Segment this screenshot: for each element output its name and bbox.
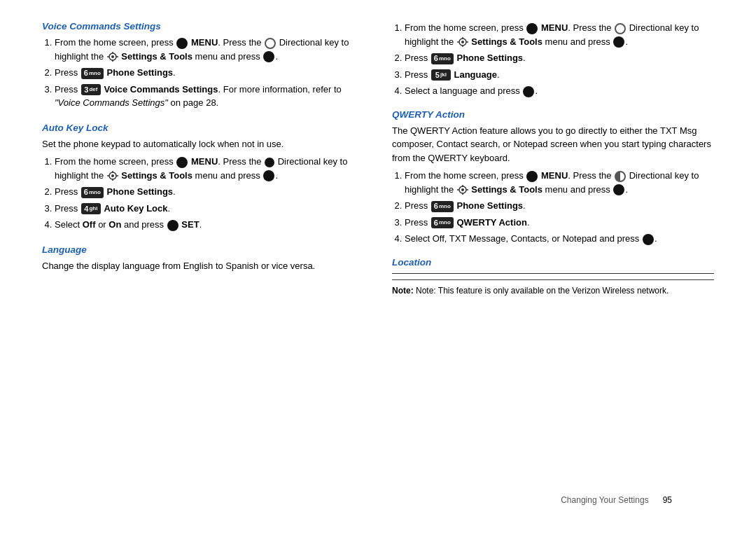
svg-point-11 — [111, 174, 114, 177]
key-6-badge: 6mno — [81, 68, 104, 79]
ok-button-r1 — [613, 36, 624, 48]
ok-button-r1b — [523, 86, 534, 97]
section-voice-commands: Voice Commands Settings From the home sc… — [42, 21, 364, 110]
qwerty-steps-list: From the home screen, press MENU. Press … — [405, 169, 714, 246]
list-item: From the home screen, press MENU. Press … — [405, 21, 714, 48]
key-6-badge-r2b: 6mno — [431, 217, 454, 228]
list-item: Select Off, TXT Message, Contacts, or No… — [405, 232, 714, 246]
language-intro: Change the display language from English… — [42, 259, 364, 273]
key-3-badge: 3def — [81, 84, 101, 95]
svg-point-23 — [461, 188, 464, 191]
list-item: Press 4ghi Auto Key Lock. — [55, 202, 364, 216]
section-title-qwerty: QWERTY Action — [392, 109, 714, 120]
ok-button-r2 — [613, 184, 624, 195]
section-qwerty-action: QWERTY Action The QWERTY Action feature … — [392, 109, 714, 246]
list-item: Press 3def Voice Commands Settings. For … — [55, 83, 364, 110]
settings-tools-icon-r1 — [457, 37, 468, 47]
svg-point-5 — [111, 55, 114, 58]
menu-button — [176, 38, 188, 49]
footer-label: Changing Your Settings — [561, 495, 648, 505]
list-item: Select Off or On and press SET. — [55, 218, 364, 232]
key-6-badge-r1: 6mno — [431, 53, 454, 64]
section-title-auto-key-lock: Auto Key Lock — [42, 123, 364, 133]
auto-key-lock-steps: From the home screen, press MENU. Press … — [55, 155, 364, 232]
voice-commands-steps: From the home screen, press MENU. Press … — [55, 36, 364, 110]
menu-button-r1 — [526, 23, 538, 34]
list-item: Press 6mno Phone Settings. — [55, 66, 364, 80]
footer-page-number: 95 — [663, 495, 672, 505]
directional-key-half-r2 — [615, 171, 626, 182]
auto-key-lock-intro: Set the phone keypad to automatically lo… — [42, 137, 364, 151]
qwerty-intro: The QWERTY Action feature allows you to … — [392, 124, 714, 165]
ok-button — [263, 51, 274, 62]
right-column: From the home screen, press MENU. Press … — [392, 21, 714, 308]
language-steps-list: From the home screen, press MENU. Press … — [405, 21, 714, 98]
section-language-steps: From the home screen, press MENU. Press … — [392, 21, 714, 98]
location-note: Note: Note: This feature is only availab… — [392, 279, 714, 297]
list-item: Press 5jkl Language. — [405, 68, 714, 82]
list-item: Press 6mno Phone Settings. — [405, 199, 714, 213]
ok-button-r2b — [643, 234, 654, 245]
note-text: Note: This feature is only available on … — [416, 286, 668, 296]
directional-key-dark — [265, 158, 274, 167]
settings-tools-icon — [107, 52, 118, 62]
section-title-location: Location — [392, 257, 714, 268]
location-divider — [392, 273, 714, 274]
page-content: Voice Commands Settings From the home sc… — [42, 21, 714, 308]
key-6-badge-2: 6mno — [81, 187, 104, 198]
settings-tools-icon-r2 — [457, 185, 468, 195]
list-item: Press 6mno Phone Settings. — [55, 185, 364, 199]
menu-button-2 — [176, 157, 188, 168]
key-5-badge: 5jkl — [431, 69, 451, 81]
section-location: Location Note: Note: This feature is onl… — [392, 257, 714, 297]
key-4-badge: 4ghi — [81, 203, 101, 214]
list-item: Press 6mno QWERTY Action. — [405, 216, 714, 230]
list-item: From the home screen, press MENU. Press … — [55, 155, 364, 182]
section-auto-key-lock: Auto Key Lock Set the phone keypad to au… — [42, 123, 364, 232]
set-button — [167, 220, 178, 231]
list-item: Press 6mno Phone Settings. — [405, 51, 714, 65]
list-item: Select a language and press . — [405, 84, 714, 98]
svg-point-17 — [461, 41, 464, 43]
left-column: Voice Commands Settings From the home sc… — [42, 21, 364, 308]
directional-key-icon — [265, 38, 276, 49]
list-item: From the home screen, press MENU. Press … — [405, 169, 714, 196]
section-language: Language Change the display language fro… — [42, 244, 364, 273]
page-footer: Changing Your Settings 95 — [561, 495, 672, 505]
section-title-language: Language — [42, 244, 364, 255]
ok-button-2 — [263, 170, 274, 181]
directional-key-outline-r1 — [615, 23, 626, 34]
key-6-badge-r2: 6mno — [431, 201, 454, 212]
section-title-voice-commands: Voice Commands Settings — [42, 21, 364, 32]
list-item: From the home screen, press MENU. Press … — [55, 36, 364, 63]
settings-tools-icon-2 — [107, 171, 118, 181]
menu-button-r2 — [526, 171, 538, 182]
